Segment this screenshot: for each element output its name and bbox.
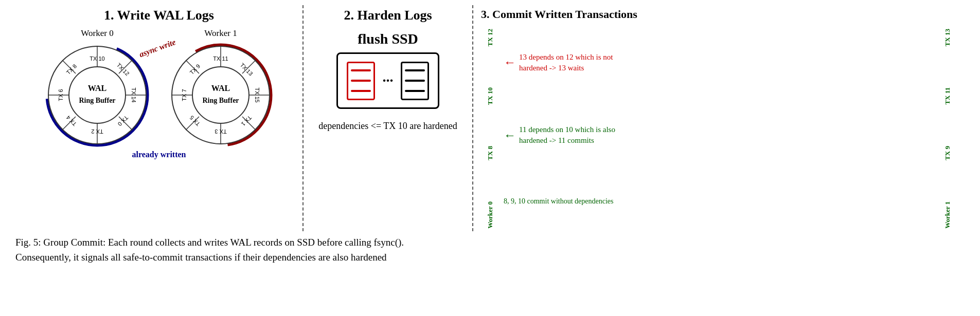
ssd-line2 <box>351 80 371 82</box>
svg-text:TX 2: TX 2 <box>91 128 103 135</box>
svg-text:TX 6: TX 6 <box>58 89 64 101</box>
vtl-worker0: Worker 0 <box>486 201 494 229</box>
diagram-area: 1. Write WAL Logs async write Worker 0 <box>15 5 965 231</box>
section1: 1. Write WAL Logs async write Worker 0 <box>15 5 304 231</box>
caption-line2: Consequently, it signals all safe-to-com… <box>15 250 965 265</box>
vtl-tx10: TX 10 <box>486 87 494 105</box>
vtl-tx9: TX 9 <box>943 146 952 160</box>
svg-text:TX 14: TX 14 <box>131 87 137 102</box>
green-msg-text: 11 depends on 10 which is also hardened … <box>519 124 615 146</box>
vtimeline-left: TX 12 TX 10 TX 8 Worker 0 <box>481 26 500 231</box>
ssd-dots: ··· <box>382 72 393 89</box>
ssd-box: ··· <box>336 52 439 109</box>
svg-point-2 <box>69 67 126 123</box>
worker0-label: Worker 0 <box>81 28 113 39</box>
ssd-line3 <box>351 90 371 92</box>
vtl-tx8: TX 8 <box>486 146 494 160</box>
red-msg-text: 13 depends on 12 which is not hardened -… <box>519 52 613 73</box>
small-green-block: 8, 9, 10 commit without dependencies <box>504 197 934 206</box>
green-msg-line2: hardened -> 11 commits <box>519 135 615 146</box>
ssd-line5 <box>405 80 425 82</box>
red-msg-block: ← 13 depends on 12 which is not hardened… <box>504 52 934 73</box>
svg-text:TX 3: TX 3 <box>215 128 226 135</box>
ssd-line4 <box>405 69 425 71</box>
caption-area: Fig. 5: Group Commit: Each round collect… <box>15 235 965 265</box>
hardened-label: dependencies <= TX 10 are hardened <box>318 119 457 133</box>
vtimeline-right: TX 13 TX 11 TX 9 Worker 1 <box>938 26 957 231</box>
arrow-left-red: ← <box>504 55 516 69</box>
section2: 2. Harden Logs flush SSD ··· dependencie… <box>304 5 473 231</box>
worker0-ring: TX 6 TX 8 TX 10 TX 12 TX 14 TX 0 TX 2 TX… <box>43 41 151 149</box>
ssd-line1 <box>351 69 371 71</box>
caption-line1: Fig. 5: Group Commit: Each round collect… <box>15 235 965 250</box>
already-written-label: already written <box>132 150 186 159</box>
flush-label: flush SSD <box>358 31 418 47</box>
svg-text:TX 11: TX 11 <box>213 55 228 62</box>
workers-row: async write Worker 0 <box>43 28 275 149</box>
worker0-container: Worker 0 <box>43 28 151 149</box>
green-msg-block: ← 11 depends on 10 which is also hardene… <box>504 124 934 146</box>
svg-text:TX 7: TX 7 <box>181 89 187 101</box>
svg-text:WAL: WAL <box>211 84 230 92</box>
arrow-left-green: ← <box>504 128 516 142</box>
section2-title: 2. Harden Logs <box>344 8 432 23</box>
vtl-tx13: TX 13 <box>943 29 952 46</box>
vtl-worker1: Worker 1 <box>943 201 952 229</box>
green-msg-line3: 8, 9, 10 commit without dependencies <box>504 197 613 206</box>
main-container: 1. Write WAL Logs async write Worker 0 <box>0 0 980 316</box>
ssd-line6 <box>405 90 425 92</box>
svg-text:Ring Buffer: Ring Buffer <box>202 97 239 104</box>
svg-text:WAL: WAL <box>88 84 106 92</box>
svg-text:Ring Buffer: Ring Buffer <box>79 97 115 104</box>
red-arrow-row: ← 13 depends on 12 which is not hardened… <box>504 52 934 73</box>
worker1-ring: TX 7 TX 9 TX 11 TX 13 TX 15 TX 1 TX 3 TX… <box>167 41 275 149</box>
section3: 3. Commit Written Transactions TX 12 TX … <box>473 5 965 231</box>
svg-text:TX 15: TX 15 <box>254 87 260 102</box>
svg-point-23 <box>192 67 249 123</box>
section3-title: 3. Commit Written Transactions <box>481 8 957 21</box>
section1-title: 1. Write WAL Logs <box>104 8 214 23</box>
hardened-label-text: dependencies <= TX 10 are hardened <box>318 121 457 131</box>
commit-diagram: TX 12 TX 10 TX 8 Worker 0 ← 13 depends o… <box>481 26 957 231</box>
green-msg-line1: 11 depends on 10 which is also <box>519 124 615 135</box>
worker1-container: Worker 1 <box>167 28 275 149</box>
vtl-tx11: TX 11 <box>943 87 952 105</box>
red-msg-line1: 13 depends on 12 which is not <box>519 52 613 63</box>
vtl-tx12: TX 12 <box>486 29 494 46</box>
green-arrow-row: ← 11 depends on 10 which is also hardene… <box>504 124 934 146</box>
commit-content: ← 13 depends on 12 which is not hardened… <box>500 26 938 231</box>
red-msg-line2: hardened -> 13 waits <box>519 63 613 73</box>
svg-text:TX 10: TX 10 <box>90 55 104 62</box>
ssd-block-red <box>347 62 375 100</box>
ssd-block-black <box>401 62 429 100</box>
worker1-label: Worker 1 <box>204 28 237 39</box>
